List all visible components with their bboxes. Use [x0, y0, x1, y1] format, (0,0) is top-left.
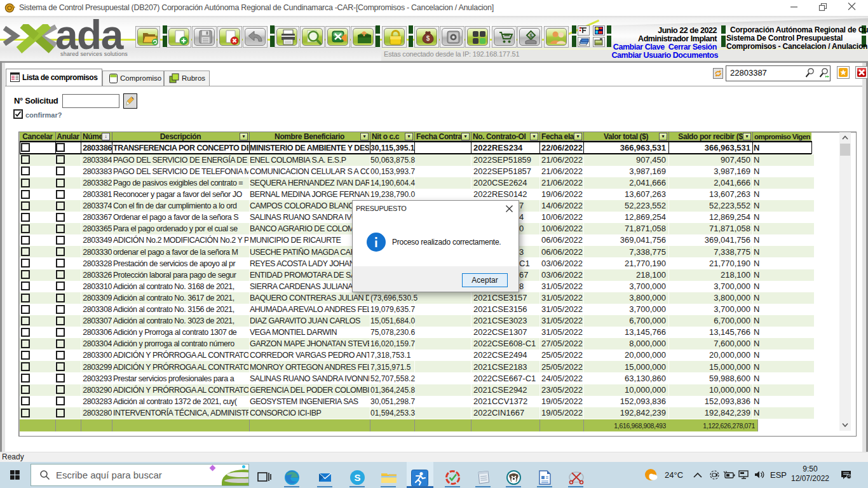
svg-text:$: $	[426, 35, 430, 42]
svg-text:$: $	[529, 32, 532, 39]
svg-text:S: S	[354, 472, 360, 483]
